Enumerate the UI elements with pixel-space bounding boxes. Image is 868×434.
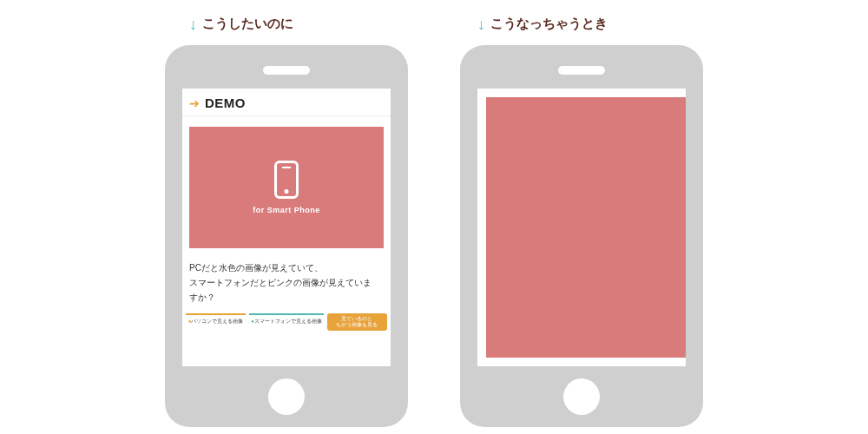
tab-cta[interactable]: 見ているのと ちがう画像を見る <box>327 313 387 331</box>
smartphone-icon <box>274 161 299 199</box>
label-actual: ↓ こうなっちゃうとき <box>477 16 608 32</box>
article-line: すか？ <box>189 290 384 305</box>
label-actual-text: こうなっちゃうとき <box>490 16 608 32</box>
hero-banner: for Smart Phone <box>189 127 384 248</box>
phone-screen-left: ➔ DEMO for Smart Phone PCだと水色の画像が見えていて、 … <box>182 89 391 366</box>
article-line: PCだと水色の画像が見えていて、 <box>189 260 384 275</box>
phone-home-button <box>268 378 305 415</box>
tab-row: ●パソコンで見える画像 ●スマートフォンで見える画像 見ているのと ちがう画像を… <box>182 313 391 334</box>
phone-home-button <box>563 378 600 415</box>
phone-mockup-right: for Smart Phone <box>460 45 703 427</box>
tab-pc[interactable]: ●パソコンで見える画像 <box>186 313 246 331</box>
hero-banner-overflow: for Smart Phone <box>486 97 686 358</box>
article-line: スマートフォンだとピンクの画像が見えていま <box>189 275 384 290</box>
label-desired: ↓ こうしたいのに <box>189 16 293 32</box>
demo-title: DEMO <box>205 95 246 110</box>
demo-header: ➔ DEMO <box>182 89 391 116</box>
article-body: PCだと水色の画像が見えていて、 スマートフォンだとピンクの画像が見えていま す… <box>182 257 391 313</box>
hero-caption: for Smart Phone <box>253 206 320 214</box>
arrow-down-icon: ↓ <box>477 16 485 32</box>
arrow-down-icon: ↓ <box>189 16 197 32</box>
tab-sp[interactable]: ●スマートフォンで見える画像 <box>249 313 324 331</box>
arrow-right-icon: ➔ <box>189 96 200 110</box>
phone-screen-right: for Smart Phone <box>477 89 686 366</box>
phone-earpiece <box>558 66 605 75</box>
label-desired-text: こうしたいのに <box>202 16 293 32</box>
phone-mockup-left: ➔ DEMO for Smart Phone PCだと水色の画像が見えていて、 … <box>165 45 408 427</box>
phone-earpiece <box>263 66 310 75</box>
